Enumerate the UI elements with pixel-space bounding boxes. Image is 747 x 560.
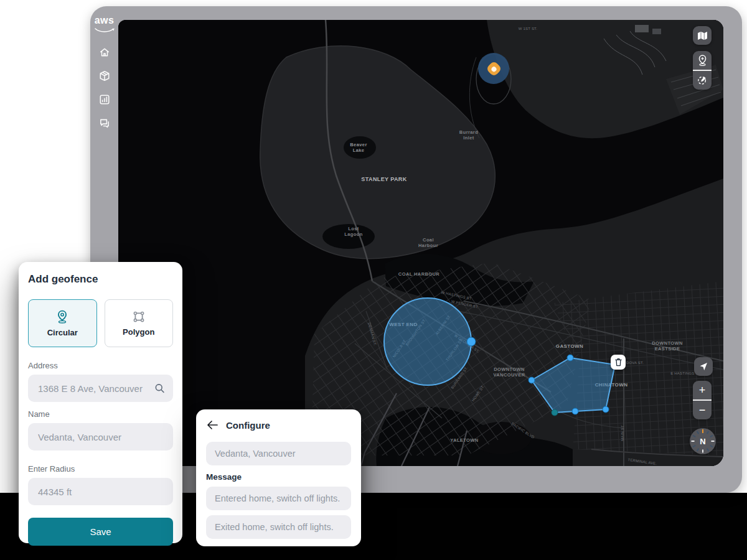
name-input[interactable] [28, 423, 173, 450]
aws-logo: aws [94, 16, 115, 36]
trash-icon [614, 358, 622, 366]
geofence-tools-group [693, 51, 712, 90]
compass-tick [692, 435, 695, 437]
edit-geofence-button[interactable] [693, 71, 712, 90]
exited-message-input[interactable] [206, 515, 351, 539]
compass-tick [692, 445, 695, 447]
polygon-vertex-handle[interactable] [572, 408, 578, 414]
compass-tick [702, 429, 703, 433]
add-geofence-panel: Add geofence Circular Polygon Address [19, 262, 182, 543]
sidebar-item-devices[interactable] [98, 70, 111, 82]
map-style-button[interactable] [693, 26, 712, 45]
map-style-icon [697, 31, 708, 40]
sidebar-item-home[interactable] [98, 46, 111, 58]
edit-geofence-icon [697, 75, 708, 85]
compass-tick [697, 431, 699, 434]
zoom-out-button[interactable]: − [693, 401, 712, 419]
radius-label: Enter Radius [28, 464, 173, 474]
add-location-icon [697, 55, 708, 66]
compass-north-label: N [700, 437, 705, 446]
marker-ring [486, 60, 502, 77]
compass-tick [710, 445, 713, 447]
polygon-vertex-handle[interactable] [567, 355, 573, 361]
map-canvas[interactable]: Beaver LakeSTANLEY PARKBurrard InletLost… [118, 20, 723, 466]
compass-tick [712, 441, 715, 442]
locate-me-icon [698, 362, 708, 371]
tablet-device-frame: aws [90, 6, 742, 493]
compass-tick [710, 435, 713, 437]
compass-tick [707, 448, 709, 451]
radius-drag-handle[interactable] [467, 337, 476, 346]
geofence-type-polygon-button[interactable]: Polygon [105, 299, 174, 347]
save-button[interactable]: Save [28, 518, 173, 546]
compass-tick [707, 431, 709, 434]
sidebar-item-analytics[interactable] [98, 93, 111, 106]
geofence-name-input[interactable] [206, 442, 351, 465]
back-button[interactable] [206, 419, 218, 431]
back-arrow-icon [207, 421, 218, 429]
circular-label: Circular [47, 328, 78, 337]
geofence-type-circular-button[interactable]: Circular [28, 299, 97, 347]
marker-core [490, 65, 497, 72]
compass-control[interactable]: N [690, 428, 716, 454]
polygon-vertex-handle[interactable] [529, 377, 535, 383]
zoom-in-label: + [699, 385, 706, 396]
polygon-geofence[interactable] [532, 358, 615, 413]
name-label: Name [28, 409, 173, 419]
polygon-shape-icon [133, 310, 145, 323]
configure-panel: Configure Message [196, 409, 361, 546]
compass-tick [697, 448, 699, 451]
message-label: Message [206, 472, 351, 482]
aws-smile-icon [94, 27, 115, 34]
configure-title: Configure [226, 420, 270, 431]
zoom-out-label: − [699, 404, 706, 416]
zoom-in-button[interactable]: + [693, 381, 712, 399]
polygon-vertex-handle[interactable] [603, 406, 609, 413]
polygon-vertex-handle[interactable] [552, 409, 558, 416]
chat-icon [99, 118, 110, 129]
panel-title: Add geofence [28, 273, 173, 286]
aws-logo-text: aws [94, 16, 115, 25]
circular-pin-icon [56, 310, 68, 324]
entered-message-input[interactable] [206, 487, 351, 510]
locate-me-button[interactable] [694, 357, 713, 376]
delete-geofence-button[interactable] [611, 355, 626, 370]
address-label: Address [28, 361, 173, 370]
analytics-icon [99, 94, 110, 105]
zoom-controls: + − [693, 381, 712, 419]
circular-geofence[interactable] [384, 298, 471, 385]
address-input[interactable] [28, 375, 173, 402]
sidebar-item-messages[interactable] [98, 117, 111, 129]
add-geofence-pin-button[interactable] [693, 51, 712, 70]
home-icon [99, 47, 110, 58]
radius-input[interactable] [28, 478, 173, 505]
search-icon[interactable] [154, 383, 165, 394]
compass-tick [692, 441, 695, 442]
polygon-label: Polygon [123, 327, 154, 337]
package-icon [99, 70, 110, 82]
compass-tick [702, 450, 703, 453]
geofence-layer [118, 20, 723, 466]
device-location-marker[interactable] [478, 53, 509, 84]
